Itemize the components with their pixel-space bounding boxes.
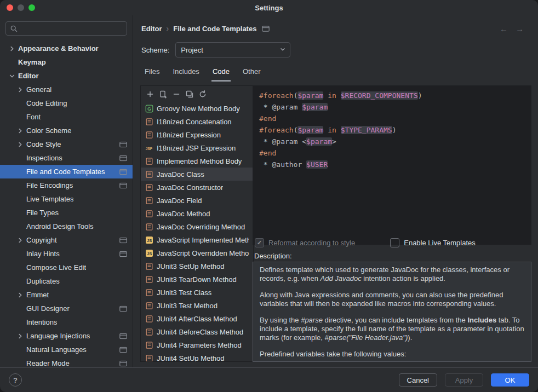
groovy-file-icon: G: [145, 105, 153, 113]
chevron-right-icon[interactable]: [16, 141, 26, 148]
add-button[interactable]: [146, 90, 154, 99]
live-templates-option[interactable]: Enable Live Templates: [390, 238, 476, 247]
sidebar-item-general[interactable]: General: [0, 83, 133, 96]
template-item-i18nized-jsp-expression[interactable]: JSPI18nized JSP Expression: [141, 141, 253, 154]
reformat-option[interactable]: Reformat according to style: [255, 238, 355, 247]
sidebar-item-code-style[interactable]: Code Style: [0, 137, 133, 151]
apply-button[interactable]: Apply: [445, 373, 483, 387]
template-item-label: JUnit4 BeforeClass Method: [157, 328, 243, 336]
sidebar-item-compose-live-edit[interactable]: Compose Live Edit: [0, 261, 133, 274]
zoom-button[interactable]: [28, 4, 35, 11]
sidebar-item-code-editing[interactable]: Code Editing: [0, 96, 133, 110]
tab-includes[interactable]: Includes: [171, 64, 200, 82]
sidebar-item-appearance-behavior[interactable]: Appearance & Behavior: [0, 42, 133, 55]
sidebar-item-live-templates[interactable]: Live Templates: [0, 192, 133, 206]
template-item-junit3-setup-method[interactable]: JUnit3 SetUp Method: [141, 260, 253, 273]
chevron-right-icon[interactable]: [16, 237, 26, 244]
reset-button[interactable]: [198, 90, 207, 99]
settings-search[interactable]: [5, 21, 127, 36]
template-item-label: JavaScript Overridden Method Body: [157, 249, 249, 257]
sidebar-item-reader-mode[interactable]: Reader Mode: [0, 356, 133, 368]
ok-button[interactable]: OK: [491, 373, 529, 387]
live-templates-label: Enable Live Templates: [404, 239, 476, 247]
chevron-right-icon[interactable]: [16, 86, 26, 94]
template-item-javadoc-method[interactable]: JavaDoc Method: [141, 207, 253, 220]
footer-buttons: Cancel Apply OK: [399, 373, 529, 387]
template-item-junit4-setup-method[interactable]: JUnit4 SetUp Method: [141, 351, 253, 361]
template-item-junit3-teardown-method[interactable]: JUnit3 TearDown Method: [141, 273, 253, 286]
sidebar-item-keymap[interactable]: Keymap: [0, 55, 133, 69]
forward-button[interactable]: →: [516, 25, 524, 33]
settings-sidebar: Appearance & BehaviorKeymapEditorGeneral…: [0, 15, 133, 368]
sidebar-item-label: GUI Designer: [26, 304, 70, 313]
template-item-junit4-parameters-method[interactable]: JUnit4 Parameters Method: [141, 338, 253, 351]
tab-files[interactable]: Files: [144, 64, 161, 82]
template-item-groovy-new-method-body[interactable]: GGroovy New Method Body: [141, 102, 253, 115]
sidebar-item-duplicates[interactable]: Duplicates: [0, 274, 133, 288]
sidebar-item-label: Live Templates: [26, 195, 73, 203]
chevron-down-icon[interactable]: [8, 72, 18, 80]
duplicate-button[interactable]: [185, 90, 194, 99]
template-item-javadoc-class[interactable]: JavaDoc Class: [141, 168, 253, 181]
chevron-spacer: [16, 223, 26, 230]
search-input[interactable]: [21, 21, 124, 36]
template-item-i18nized-expression[interactable]: I18nized Expression: [141, 128, 253, 141]
sidebar-item-file-types[interactable]: File Types: [0, 206, 133, 220]
sidebar-item-gui-designer[interactable]: GUI Designer: [0, 302, 133, 315]
sidebar-item-label: Intentions: [26, 318, 57, 326]
description-box[interactable]: Defines template which used to generate …: [253, 262, 531, 362]
sidebar-item-natural-languages[interactable]: Natural Languages: [0, 343, 133, 356]
sidebar-item-language-injections[interactable]: Language Injections: [0, 329, 133, 343]
sidebar-item-file-encodings[interactable]: File Encodings: [0, 178, 133, 192]
template-item-i18nized-concatenation[interactable]: I18nized Concatenation: [141, 115, 253, 128]
copy-button[interactable]: [159, 90, 168, 99]
minimize-button[interactable]: [18, 4, 24, 11]
sidebar-item-file-and-code-templates[interactable]: File and Code Templates: [0, 165, 133, 178]
template-item-javascript-implemented-method-body[interactable]: JSJavaScript Implemented Method Body: [141, 233, 253, 246]
template-editor[interactable]: #foreach($param in $RECORD_COMPONENTS) *…: [253, 85, 531, 245]
chevron-right-icon[interactable]: [16, 291, 26, 299]
chevron-right-icon[interactable]: [8, 45, 18, 53]
screen-settings-icon: [119, 237, 127, 243]
remove-button[interactable]: [172, 90, 181, 99]
sidebar-item-copyright[interactable]: Copyright: [0, 233, 133, 247]
sidebar-item-emmet[interactable]: Emmet: [0, 288, 133, 302]
chevron-right-icon[interactable]: [16, 332, 26, 340]
breadcrumb-page: File and Code Templates: [173, 25, 256, 33]
sidebar-item-font[interactable]: Font: [0, 110, 133, 124]
chevron-right-icon[interactable]: [16, 127, 26, 135]
sidebar-item-android-design-tools[interactable]: Android Design Tools: [0, 220, 133, 233]
breadcrumb-editor[interactable]: Editor: [141, 25, 162, 33]
tab-code[interactable]: Code: [211, 64, 231, 82]
template-item-label: JavaDoc Class: [157, 170, 204, 178]
template-item-junit4-beforeclass-method[interactable]: JUnit4 BeforeClass Method: [141, 325, 253, 338]
sidebar-item-inspections[interactable]: Inspections: [0, 151, 133, 165]
template-item-label: JUnit4 Parameters Method: [157, 341, 242, 349]
template-item-label: JavaScript Implemented Method Body: [157, 236, 249, 244]
template-item-junit3-test-method[interactable]: JUnit3 Test Method: [141, 299, 253, 312]
template-item-javadoc-overriding-method[interactable]: JavaDoc Overriding Method: [141, 220, 253, 233]
template-item-junit3-test-class[interactable]: JUnit3 Test Class: [141, 286, 253, 299]
titlebar: Settings: [0, 0, 538, 15]
template-item-junit4-afterclass-method[interactable]: JUnit4 AfterClass Method: [141, 312, 253, 325]
cancel-button[interactable]: Cancel: [399, 373, 437, 387]
template-item-label: JUnit3 SetUp Method: [157, 262, 225, 270]
template-item-javadoc-constructor[interactable]: JavaDoc Constructor: [141, 181, 253, 194]
template-file-icon: [145, 170, 153, 178]
chevron-spacer: [16, 168, 26, 176]
tab-other[interactable]: Other: [242, 64, 262, 82]
reformat-checkbox[interactable]: [255, 238, 264, 247]
sidebar-item-color-scheme[interactable]: Color Scheme: [0, 124, 133, 137]
close-button[interactable]: [7, 4, 13, 11]
template-item-javadoc-field[interactable]: JavaDoc Field: [141, 194, 253, 207]
sidebar-item-inlay-hints[interactable]: Inlay Hints: [0, 247, 133, 261]
template-item-javascript-overridden-method-body[interactable]: JSJavaScript Overridden Method Body: [141, 246, 253, 260]
sidebar-item-editor[interactable]: Editor: [0, 69, 133, 83]
live-templates-checkbox[interactable]: [390, 238, 399, 247]
template-item-implemented-method-body[interactable]: Implemented Method Body: [141, 154, 253, 168]
sidebar-item-label: Color Scheme: [26, 126, 71, 135]
back-button[interactable]: ←: [500, 25, 508, 33]
help-button[interactable]: ?: [9, 373, 22, 387]
sidebar-item-intentions[interactable]: Intentions: [0, 315, 133, 329]
scheme-dropdown[interactable]: Project: [175, 42, 290, 57]
